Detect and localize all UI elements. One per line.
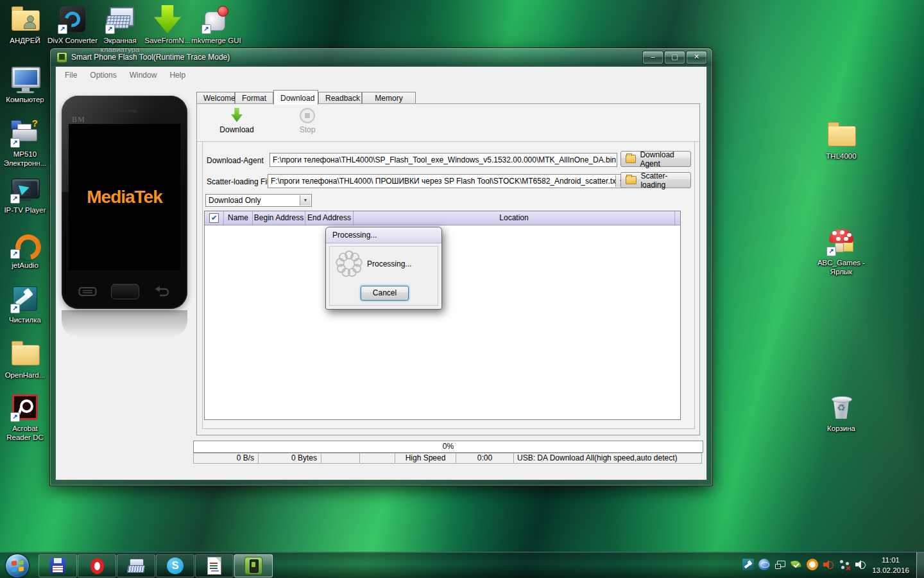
tab-format[interactable]: Format bbox=[235, 92, 273, 105]
download-button[interactable]: Download bbox=[211, 108, 262, 134]
desktop-icon-thl4000-folder[interactable]: THL4000 bbox=[816, 119, 866, 161]
arrow-shape bbox=[154, 5, 181, 33]
tray-cleaner-icon[interactable] bbox=[742, 559, 754, 570]
phone-preview: BM MediaTek bbox=[62, 96, 187, 309]
green-download-arrow-icon bbox=[152, 4, 183, 35]
desktop-icon-iptv-player[interactable]: ↗ IP-TV Player bbox=[0, 173, 50, 215]
scatter-file-value: F:\проги телефона\THL4000\ ПРОШИВКИ чере… bbox=[271, 177, 618, 186]
desktop-icon-divx-converter[interactable]: ↗ DivX Converter bbox=[47, 4, 98, 46]
tray-audio-manager-icon[interactable] bbox=[823, 559, 834, 570]
scatter-file-label: Scatter-loading File bbox=[207, 177, 273, 186]
tray-update-globe-icon[interactable] bbox=[758, 559, 770, 570]
tray-orange-ring-icon[interactable] bbox=[807, 559, 818, 570]
column-end-address[interactable]: End Address bbox=[305, 211, 354, 225]
column-location[interactable]: Location bbox=[354, 211, 675, 225]
status-speed-mode: High Speed bbox=[395, 453, 456, 464]
keyboard-part bbox=[127, 565, 145, 573]
desktop-icon-openhard-folder[interactable]: OpenHard... bbox=[0, 338, 50, 380]
cancel-button[interactable]: Cancel bbox=[361, 286, 409, 301]
download-agent-browse-button[interactable]: Download Agent bbox=[620, 151, 691, 167]
minimize-button[interactable]: – bbox=[642, 51, 663, 64]
stop-button-label: Stop bbox=[300, 125, 316, 134]
desktop-icon-user-folder[interactable]: АНДРЕЙ bbox=[0, 4, 50, 46]
desktop-icon-label: THL4000 bbox=[826, 152, 856, 161]
tab-welcome[interactable]: Welcome bbox=[196, 92, 235, 105]
taskbar-flash-tool-button[interactable] bbox=[234, 554, 273, 577]
maximize-button[interactable]: ▢ bbox=[664, 51, 685, 64]
title-bar[interactable]: Smart Phone Flash Tool(Runtime Trace Mod… bbox=[50, 48, 712, 66]
desktop-icon-cleaner[interactable]: ↗ Чистилка bbox=[0, 283, 50, 325]
download-arrow-icon bbox=[231, 108, 243, 122]
close-button[interactable]: ✕ bbox=[686, 51, 707, 64]
tab-memory-test[interactable]: Memory Test bbox=[362, 92, 416, 105]
stop-icon bbox=[300, 108, 315, 123]
desktop-icon-mkvmerge[interactable]: ↗ mkvmerge GUI bbox=[191, 4, 241, 46]
dialog-panel: Processing... Cancel bbox=[329, 246, 438, 306]
download-mode-combobox[interactable]: Download Only ▼ bbox=[205, 194, 312, 207]
jetaudio-swoosh-icon: ↗ bbox=[10, 229, 40, 259]
phone-screen: MediaTek bbox=[69, 124, 180, 270]
tray-eco-leaf-icon[interactable] bbox=[791, 559, 802, 570]
taskbar: S 11:01 13.02.2016 bbox=[0, 552, 924, 578]
desktop-icon-label: jetAudio bbox=[12, 261, 38, 270]
desktop-icon-computer[interactable]: Компьютер bbox=[0, 63, 50, 105]
flag-red-pane bbox=[12, 561, 17, 566]
tab-readback[interactable]: Readback bbox=[318, 92, 362, 105]
desktop-icon-recycle-bin[interactable]: ♻ Корзина bbox=[816, 392, 866, 434]
phone-buttons bbox=[62, 283, 187, 300]
column-name[interactable]: Name bbox=[224, 211, 253, 225]
shortcut-arrow-icon: ↗ bbox=[10, 138, 20, 148]
download-tab-page: Download Stop Download-Agent F:\проги те… bbox=[196, 103, 700, 435]
menu-help[interactable]: Help bbox=[163, 68, 192, 82]
shortcut-arrow-icon: ↗ bbox=[10, 412, 20, 422]
scatter-file-combobox[interactable]: F:\проги телефона\THL4000\ ПРОШИВКИ чере… bbox=[268, 174, 628, 188]
select-all-column[interactable]: ✔ bbox=[205, 211, 224, 225]
tray-share-disabled-icon[interactable] bbox=[839, 559, 850, 570]
tab-download[interactable]: Download bbox=[273, 90, 318, 105]
stop-button[interactable]: Stop bbox=[282, 108, 333, 134]
tray-network-icon[interactable] bbox=[774, 559, 786, 570]
monitor-screen bbox=[15, 70, 37, 85]
sound-wave bbox=[829, 561, 834, 569]
taskbar-clock[interactable]: 11:01 13.02.2016 bbox=[868, 555, 914, 575]
sound-wave bbox=[861, 561, 866, 569]
download-agent-input[interactable]: F:\проги телефона\THL4000\SP_Flash_Tool_… bbox=[270, 153, 617, 167]
menu-window[interactable]: Window bbox=[123, 68, 164, 82]
dialog-message: Processing... bbox=[367, 259, 411, 268]
taskbar-onscreen-keyboard-button[interactable] bbox=[117, 554, 155, 577]
desktop: АНДРЕЙ ↗ DivX Converter ↗ Экранная клави… bbox=[0, 0, 924, 578]
show-desktop-button[interactable] bbox=[916, 552, 924, 578]
status-usb-mode: USB: DA Download All(high speed,auto det… bbox=[514, 453, 702, 464]
desktop-icon-label: Корзина bbox=[827, 425, 855, 434]
desktop-icon-abc-games[interactable]: ↗ ABC_Games - Ярлык bbox=[816, 226, 866, 277]
desktop-icon-acrobat[interactable]: ↗ Acrobat Reader DC bbox=[0, 392, 50, 442]
taskbar-opera-button[interactable] bbox=[78, 554, 116, 577]
tv-icon: ↗ bbox=[10, 173, 40, 204]
taskbar-save-manager-button[interactable] bbox=[38, 554, 77, 577]
checkbox-checked-icon[interactable]: ✔ bbox=[209, 213, 219, 223]
start-button[interactable] bbox=[5, 554, 30, 578]
menu-options[interactable]: Options bbox=[83, 68, 123, 82]
column-begin-address[interactable]: Begin Address bbox=[253, 211, 305, 225]
menu-file[interactable]: File bbox=[58, 68, 83, 82]
download-mode-value: Download Only bbox=[209, 196, 261, 205]
folder-icon bbox=[10, 338, 40, 369]
phone-reflection bbox=[62, 310, 187, 337]
combo-dropdown-icon[interactable]: ▼ bbox=[300, 195, 311, 206]
folder-icon bbox=[626, 155, 636, 163]
taskbar-skype-button[interactable]: S bbox=[156, 554, 194, 577]
scatter-browse-button[interactable]: Scatter-loading bbox=[620, 172, 691, 188]
desktop-icon-onscreen-keyboard[interactable]: ↗ Экранная клавиатура bbox=[95, 4, 145, 55]
taskbar-notes-button[interactable] bbox=[195, 554, 234, 577]
phone-brand-label: BM bbox=[72, 115, 85, 125]
desktop-icon-savefrom[interactable]: SaveFromN... bbox=[142, 4, 193, 46]
desktop-icon-label: Acrobat Reader DC bbox=[0, 425, 50, 442]
shortcut-arrow-icon: ↗ bbox=[10, 249, 20, 259]
progress-bar: 0% bbox=[193, 441, 703, 453]
desktop-icon-jetaudio[interactable]: ↗ jetAudio bbox=[0, 229, 50, 270]
caption-buttons: – ▢ ✕ bbox=[642, 51, 707, 64]
tray-volume-icon[interactable] bbox=[855, 559, 866, 570]
desktop-icon-mp510[interactable]: ?↗ MP510 Электронн... bbox=[0, 118, 50, 168]
status-elapsed-time: 0:00 bbox=[456, 453, 514, 464]
red-x-icon bbox=[846, 566, 851, 571]
